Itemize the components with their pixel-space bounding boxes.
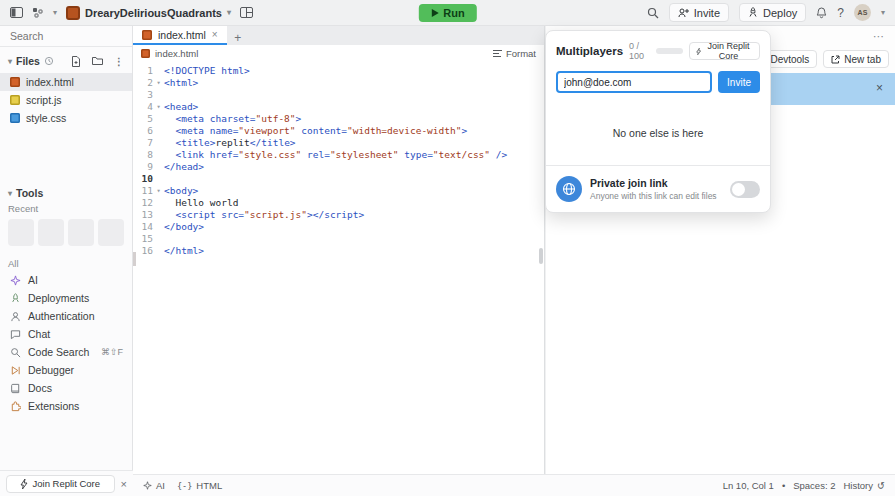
tab-index-html[interactable]: index.html × xyxy=(133,26,227,45)
fold-gutter xyxy=(153,161,164,173)
private-link-toggle[interactable] xyxy=(730,181,760,198)
code-line-8[interactable]: 8 <link href="style.css" rel="stylesheet… xyxy=(133,149,544,161)
join-replit-core-button[interactable]: Join Replit Core xyxy=(689,42,760,60)
fold-chevron-icon[interactable]: ▾ xyxy=(153,77,164,89)
recent-tools-row xyxy=(0,216,132,256)
code-line-9[interactable]: 9</head> xyxy=(133,161,544,173)
link-title: Private join link xyxy=(590,177,717,189)
sidebar-item-chat[interactable]: Chat xyxy=(0,325,132,343)
code-line-16[interactable]: 16</html> xyxy=(133,245,544,257)
spaces-indicator[interactable]: Spaces: 2 xyxy=(793,480,835,491)
breadcrumb-filename: index.html xyxy=(155,48,198,59)
code-text: </body> xyxy=(164,221,544,233)
empty-state-text: No one else is here xyxy=(546,101,770,165)
file-item-index.html[interactable]: index.html xyxy=(0,73,132,91)
separator-dot: • xyxy=(782,480,785,491)
language-indicator[interactable]: {-} HTML xyxy=(177,480,222,491)
new-file-icon[interactable] xyxy=(71,56,81,67)
files-history-icon[interactable] xyxy=(44,56,54,66)
popup-title: Multiplayers xyxy=(556,45,623,57)
fold-chevron-icon[interactable]: ▾ xyxy=(153,185,164,197)
fold-gutter xyxy=(153,125,164,137)
run-button[interactable]: Run xyxy=(418,4,476,22)
recent-tool-placeholder xyxy=(8,219,34,246)
editor-scrollbar-thumb[interactable] xyxy=(539,248,543,264)
new-tab-button[interactable]: + xyxy=(227,31,249,45)
code-text: <meta name="viewport" content="width=dev… xyxy=(164,125,544,137)
deploy-button[interactable]: Deploy xyxy=(739,3,806,22)
project-icon xyxy=(66,6,80,20)
code-line-10[interactable]: 10 xyxy=(133,173,544,185)
fold-chevron-icon[interactable]: ▾ xyxy=(153,101,164,113)
file-name: index.html xyxy=(26,76,74,88)
invite-submit-button[interactable]: Invite xyxy=(718,71,760,93)
format-button[interactable]: Format xyxy=(493,48,536,59)
code-line-15[interactable]: 15 xyxy=(133,233,544,245)
search-input[interactable] xyxy=(10,30,122,42)
ai-status-button[interactable]: AI xyxy=(143,480,165,491)
files-section-header[interactable]: ▾ Files ⋮ xyxy=(0,47,132,73)
sidebar-toggle-icon[interactable] xyxy=(10,7,23,18)
code-line-12[interactable]: 12 Hello world xyxy=(133,197,544,209)
line-number: 11 xyxy=(133,185,153,197)
layout-grid-icon[interactable] xyxy=(240,7,253,18)
extensions-icon xyxy=(9,401,21,412)
webview-kebab-menu-icon[interactable]: ⋯ xyxy=(873,30,885,43)
banner-close-icon[interactable]: × xyxy=(876,81,883,95)
line-number: 15 xyxy=(133,233,153,245)
file-item-script.js[interactable]: script.js xyxy=(0,91,132,109)
tool-label: AI xyxy=(28,274,38,286)
html-file-icon xyxy=(141,49,150,58)
sidebar-item-code-search[interactable]: Code Search⌘⇧F xyxy=(0,343,132,361)
file-item-style.css[interactable]: style.css xyxy=(0,109,132,127)
code-line-7[interactable]: 7 <title>replit</title> xyxy=(133,137,544,149)
code-text: <!DOCTYPE html> xyxy=(164,65,544,77)
fold-gutter xyxy=(153,245,164,257)
sidebar-item-docs[interactable]: Docs xyxy=(0,379,132,397)
join-replit-core-button[interactable]: Join Replit Core xyxy=(6,475,115,493)
sidebar-item-deployments[interactable]: Deployments xyxy=(0,289,132,307)
search-icon[interactable] xyxy=(647,7,659,19)
code-line-11[interactable]: 11▾<body> xyxy=(133,185,544,197)
lightning-icon xyxy=(696,47,701,56)
fold-gutter xyxy=(153,209,164,221)
sidebar-search[interactable] xyxy=(0,26,132,47)
project-switcher[interactable]: DrearyDeliriousQuadrants ▾ xyxy=(66,6,231,20)
tools-section-header[interactable]: ▾ Tools xyxy=(0,179,132,201)
code-line-6[interactable]: 6 <meta name="viewport" content="width=d… xyxy=(133,125,544,137)
code-editor[interactable]: 1<!DOCTYPE html>2▾<html>34▾<head>5 <meta… xyxy=(133,62,544,257)
code-line-5[interactable]: 5 <meta charset="utf-8"> xyxy=(133,113,544,125)
history-button[interactable]: History ↺ xyxy=(843,480,885,491)
code-line-14[interactable]: 14</body> xyxy=(133,221,544,233)
new-tab-button[interactable]: New tab xyxy=(823,50,889,68)
invite-email-input[interactable] xyxy=(556,71,712,93)
code-line-2[interactable]: 2▾<html> xyxy=(133,77,544,89)
globe-icon xyxy=(556,176,582,202)
files-kebab-menu-icon[interactable]: ⋮ xyxy=(114,56,124,67)
code-line-1[interactable]: 1<!DOCTYPE html> xyxy=(133,65,544,77)
code-text: <head> xyxy=(164,101,544,113)
invite-button[interactable]: Invite xyxy=(669,3,729,22)
fold-gutter xyxy=(153,89,164,101)
play-icon xyxy=(430,9,438,17)
sidebar-item-authentication[interactable]: Authentication xyxy=(0,307,132,325)
line-number: 13 xyxy=(133,209,153,221)
cursor-position[interactable]: Ln 10, Col 1 xyxy=(723,480,774,491)
code-line-4[interactable]: 4▾<head> xyxy=(133,101,544,113)
code-line-13[interactable]: 13 <script src="script.js"></script> xyxy=(133,209,544,221)
multiplayers-header: Multiplayers 0 / 100 Join Replit Core xyxy=(546,31,770,67)
close-icon[interactable]: × xyxy=(121,478,127,490)
sidebar-item-debugger[interactable]: Debugger xyxy=(0,361,132,379)
new-folder-icon[interactable] xyxy=(92,56,103,66)
help-button[interactable]: ? xyxy=(837,6,844,20)
workspace-features-icon[interactable] xyxy=(32,7,44,18)
sidebar-item-ai[interactable]: AI xyxy=(0,271,132,289)
sidebar-item-extensions[interactable]: Extensions xyxy=(0,397,132,415)
tab-close-icon[interactable]: × xyxy=(212,29,218,40)
chevron-down-icon: ▾ xyxy=(8,189,12,198)
external-link-icon xyxy=(831,55,840,64)
avatar[interactable]: AS xyxy=(854,4,871,21)
notifications-bell-icon[interactable] xyxy=(816,7,827,19)
chevron-down-icon[interactable]: ▾ xyxy=(881,8,885,17)
code-line-3[interactable]: 3 xyxy=(133,89,544,101)
